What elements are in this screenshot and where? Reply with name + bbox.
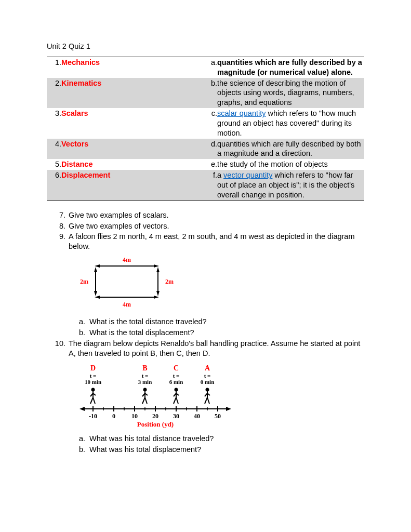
page-title: Unit 2 Quiz 1: [47, 42, 364, 51]
svg-point-66: [206, 388, 209, 392]
match-left-number: 1.: [47, 57, 61, 77]
match-row: 5.Distancee.the study of the motion of o…: [47, 159, 364, 170]
svg-text:A: A: [205, 364, 210, 372]
match-left-number: 4.: [47, 139, 61, 159]
match-definition: quantities which are fully described by …: [217, 139, 364, 159]
svg-marker-11: [154, 296, 159, 299]
question-8: 8. Give two examples of vectors.: [53, 221, 364, 231]
match-row: 6.Displacementf.a vector quantity which …: [47, 170, 364, 201]
svg-text:D: D: [90, 364, 96, 372]
definition-link[interactable]: scalar quantity: [217, 109, 266, 117]
match-term: Mechanics: [61, 58, 100, 66]
match-left-number: 2.: [47, 78, 61, 109]
svg-text:40: 40: [194, 413, 200, 420]
svg-text:-10: -10: [89, 413, 97, 420]
match-row: 4.Vectorsd.quantities which are fully de…: [47, 139, 364, 159]
match-definition: the study of the motion of objects: [217, 159, 364, 170]
svg-line-71: [207, 397, 209, 404]
svg-text:0 min: 0 min: [201, 379, 215, 385]
svg-marker-8: [156, 291, 160, 296]
svg-text:6 min: 6 min: [169, 379, 183, 385]
svg-text:Position (yd): Position (yd): [137, 420, 174, 428]
svg-text:t =: t =: [204, 373, 211, 379]
questions-block: 7. Give two examples of scalars. 8. Give…: [53, 210, 364, 455]
diag1-left-label: 2m: [80, 278, 88, 285]
svg-line-62: [176, 397, 178, 404]
svg-marker-13: [79, 407, 85, 411]
svg-text:3 min: 3 min: [138, 379, 152, 385]
svg-text:t =: t =: [173, 373, 180, 379]
svg-point-57: [175, 388, 178, 392]
question-7: 7. Give two examples of scalars.: [53, 210, 364, 220]
match-term: Displacement: [61, 171, 110, 179]
match-left-number: 6.: [47, 170, 61, 201]
match-right-letter: a.: [207, 57, 217, 77]
svg-text:30: 30: [173, 413, 179, 420]
match-right-letter: e.: [207, 159, 217, 170]
match-left-number: 5.: [47, 159, 61, 170]
svg-text:20: 20: [152, 413, 158, 420]
match-term: Vectors: [61, 140, 88, 148]
svg-text:10 min: 10 min: [85, 379, 101, 385]
match-term: Kinematics: [61, 79, 101, 87]
svg-text:50: 50: [215, 413, 221, 420]
match-row: 3.Scalarsc.scalar quantity which refers …: [47, 108, 364, 139]
svg-marker-5: [94, 291, 97, 296]
svg-line-43: [90, 397, 93, 404]
match-term: Scalars: [61, 109, 88, 117]
question-9: 9. A falcon flies 2 m north, 4 m east, 2…: [53, 232, 364, 251]
svg-marker-14: [226, 407, 231, 411]
question-9a: a. What is the total distance traveled?: [75, 317, 364, 327]
svg-text:0: 0: [112, 413, 115, 420]
svg-line-53: [145, 397, 147, 404]
svg-line-44: [93, 397, 95, 404]
svg-marker-0: [95, 264, 100, 268]
diag1-bottom-label: 4m: [123, 301, 131, 308]
rectangle-diagram: 4m 2m 2m 4m: [75, 256, 364, 313]
svg-text:t =: t =: [142, 373, 149, 379]
svg-point-39: [91, 388, 95, 392]
match-definition: a vector quantity which refers to "how f…: [217, 170, 364, 201]
question-10b: b. What was his total displacement?: [75, 445, 364, 455]
svg-point-48: [143, 388, 147, 392]
definition-link[interactable]: vector quantity: [223, 171, 272, 179]
match-right-letter: c.: [207, 108, 217, 139]
match-right-letter: f.: [207, 170, 217, 201]
svg-line-70: [205, 397, 207, 404]
svg-marker-2: [154, 264, 159, 268]
question-9b: b. What is the total displacement?: [75, 328, 364, 338]
svg-text:t =: t =: [90, 373, 97, 379]
svg-marker-9: [95, 296, 100, 299]
match-definition: quantities which are fully described by …: [217, 57, 364, 77]
match-row: 2.Kinematicsb.the science of describing …: [47, 78, 364, 109]
match-left-number: 3.: [47, 108, 61, 139]
svg-text:10: 10: [131, 413, 138, 420]
diag1-right-label: 2m: [165, 278, 174, 285]
match-term: Distance: [61, 160, 92, 168]
match-definition: scalar quantity which refers to "how muc…: [217, 108, 364, 139]
svg-marker-3: [94, 267, 97, 272]
question-10a: a. What was his total distance traveled?: [75, 434, 364, 444]
matching-table: 1.Mechanicsa.quantities which are fully …: [47, 57, 364, 201]
question-10: 10. The diagram below depicts Renaldo's …: [53, 339, 364, 358]
svg-line-52: [142, 397, 145, 404]
svg-text:B: B: [142, 364, 147, 372]
numberline-diagram: -1001020304050Position (yd)Dt =10 minBt …: [75, 362, 364, 430]
svg-marker-6: [156, 267, 160, 272]
match-definition: the science of describing the motion of …: [217, 78, 364, 109]
diag1-top-label: 4m: [123, 256, 131, 263]
svg-line-61: [174, 397, 176, 404]
match-right-letter: b.: [207, 78, 217, 109]
match-right-letter: d.: [207, 139, 217, 159]
match-row: 1.Mechanicsa.quantities which are fully …: [47, 57, 364, 77]
svg-text:C: C: [174, 364, 179, 372]
